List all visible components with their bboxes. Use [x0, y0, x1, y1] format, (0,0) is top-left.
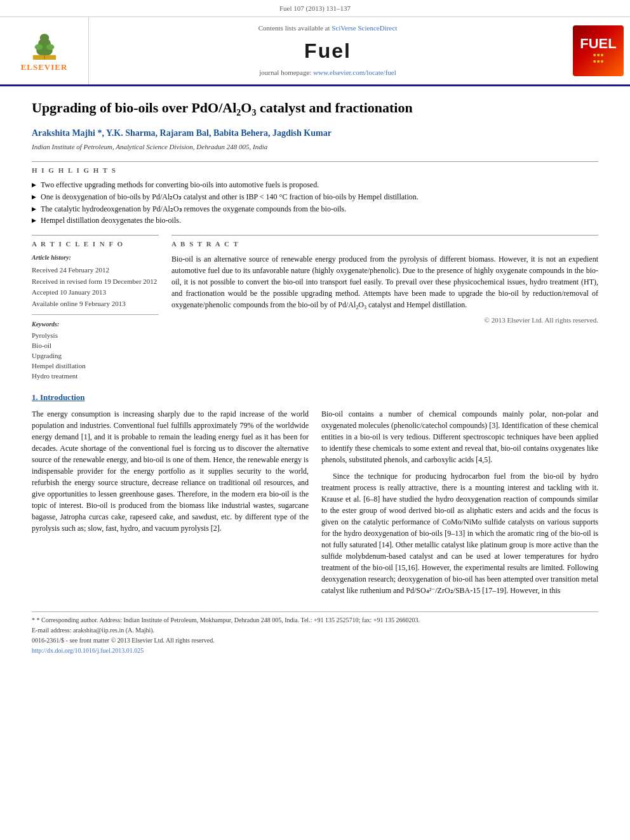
- highlight-item: Hempel distillation deoxygenates the bio…: [32, 215, 598, 226]
- article-info-abstract: A R T I C L E I N F O Article history: R…: [32, 235, 598, 381]
- homepage-url[interactable]: www.elsevier.com/locate/fuel: [313, 69, 396, 76]
- divider: [32, 314, 159, 315]
- fuel-logo-box: FUEL ■ ■ ■■ ■ ■: [573, 25, 624, 76]
- introduction-section: 1. Introduction The energy consumption i…: [32, 392, 598, 602]
- body-col-left: The energy consumption is increasing sha…: [32, 408, 309, 601]
- content-area: Upgrading of bio-oils over PdO/Al2O3 cat…: [0, 86, 630, 669]
- contents-available: Contents lists available at SciVerse Sci…: [258, 23, 397, 34]
- journal-header: ELSEVIER Contents lists available at Sci…: [0, 17, 630, 86]
- body-two-col: The energy consumption is increasing sha…: [32, 408, 598, 601]
- highlight-item: Two effective upgrading methods for conv…: [32, 180, 598, 190]
- journal-title: Fuel: [304, 36, 351, 65]
- footnote-star-text: * Corresponding author. Address: Indian …: [37, 617, 420, 623]
- svg-point-3: [39, 34, 49, 42]
- copyright: © 2013 Elsevier Ltd. All rights reserved…: [171, 316, 598, 326]
- footnote-area: * * Corresponding author. Address: India…: [32, 611, 598, 656]
- homepage-label: journal homepage:: [259, 69, 313, 76]
- elsevier-logo: ELSEVIER: [21, 29, 68, 74]
- contents-text: Contents lists available at: [258, 24, 332, 32]
- abstract-text: Bio-oil is an alternative source of rene…: [171, 253, 598, 312]
- intro-p1: The energy consumption is increasing sha…: [32, 408, 309, 534]
- revised-date: Received in revised form 19 December 201…: [32, 277, 159, 287]
- highlight-item: The catalytic hydrodeoxgenation by Pd/Al…: [32, 204, 598, 215]
- elsevier-tree-icon: [25, 29, 64, 60]
- footnote-star: * * Corresponding author. Address: India…: [32, 616, 598, 625]
- article-history-label: Article history:: [32, 253, 159, 263]
- keyword-bio-oil: Bio-oil: [32, 341, 159, 351]
- intro-p2: Bio-oil contains a number of chemical co…: [321, 408, 598, 465]
- doi-line: http://dx.doi.org/10.1016/j.fuel.2013.01…: [32, 646, 598, 656]
- accepted-date: Accepted 10 January 2013: [32, 288, 159, 298]
- article-title: Upgrading of bio-oils over PdO/Al2O3 cat…: [32, 99, 598, 119]
- keyword-hydro: Hydro treatment: [32, 371, 159, 382]
- page-wrapper: Fuel 107 (2013) 131–137 ELSE: [0, 0, 630, 669]
- keywords-label: Keywords:: [32, 320, 159, 330]
- sciverse-link[interactable]: SciVerse ScienceDirect: [332, 24, 397, 32]
- issn-line: 0016-2361/$ - see front matter © 2013 El…: [32, 636, 598, 645]
- affiliation: Indian Institute of Petroleum, Analytica…: [32, 142, 598, 152]
- footnote-email-text: E-mail address: arakshita@iip.res.in (A.…: [32, 627, 154, 634]
- elsevier-label: ELSEVIER: [21, 62, 68, 74]
- footnote-email: E-mail address: arakshita@iip.res.in (A.…: [32, 626, 598, 635]
- svg-point-5: [46, 44, 54, 50]
- article-info-col: A R T I C L E I N F O Article history: R…: [32, 235, 159, 381]
- highlight-item: One is deoxygenation of bio-oils by Pd/A…: [32, 192, 598, 203]
- svg-point-4: [34, 44, 43, 50]
- doi-link[interactable]: http://dx.doi.org/10.1016/j.fuel.2013.01…: [32, 647, 144, 654]
- footnote-star-symbol: *: [32, 617, 35, 623]
- abstract-header: A B S T R A C T: [171, 235, 598, 250]
- fuel-logo-text: FUEL: [580, 37, 616, 51]
- fuel-logo-area: FUEL ■ ■ ■■ ■ ■: [566, 17, 630, 84]
- body-col-right: Bio-oil contains a number of chemical co…: [321, 408, 598, 601]
- journal-name-area: Contents lists available at SciVerse Sci…: [89, 17, 566, 84]
- highlights-header: H I G H L I G H T S: [32, 161, 598, 176]
- intro-section-title: 1. Introduction: [32, 392, 598, 404]
- fuel-logo-sub: ■ ■ ■■ ■ ■: [593, 52, 603, 65]
- elsevier-logo-area: ELSEVIER: [0, 17, 89, 84]
- received-date: Received 24 February 2012: [32, 265, 159, 276]
- journal-ref: Fuel 107 (2013) 131–137: [279, 4, 351, 12]
- authors: Arakshita Majhi *, Y.K. Sharma, Rajaram …: [32, 127, 598, 140]
- article-info-header: A R T I C L E I N F O: [32, 235, 159, 250]
- journal-homepage: journal homepage: www.elsevier.com/locat…: [259, 68, 396, 78]
- keyword-upgrading: Upgrading: [32, 351, 159, 361]
- keyword-hempel: Hempel distillation: [32, 361, 159, 371]
- highlights-list: Two effective upgrading methods for conv…: [32, 180, 598, 226]
- top-bar: Fuel 107 (2013) 131–137: [0, 0, 630, 17]
- abstract-col: A B S T R A C T Bio-oil is an alternativ…: [171, 235, 598, 381]
- intro-p3: Since the technique for producing hydroc…: [321, 470, 598, 596]
- keyword-pyrolysis: Pyrolysis: [32, 331, 159, 341]
- available-date: Available online 9 February 2013: [32, 299, 159, 309]
